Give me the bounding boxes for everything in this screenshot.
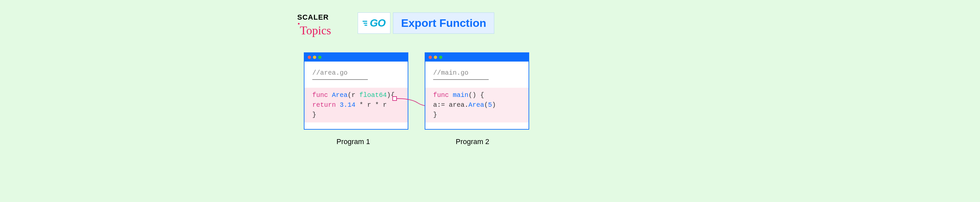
highlighted-code-block: func main() { a:= area.Area(5) } (425, 88, 528, 122)
maximize-dot-icon (439, 56, 442, 59)
program-1-window: //area.go func Area(r float64){ return 3… (304, 52, 408, 130)
go-speed-lines-icon (363, 19, 369, 27)
title-group: GO Export Function (358, 13, 494, 34)
code-comment: //main.go (425, 68, 528, 78)
title-box: Export Function (393, 13, 495, 34)
code-line-2: return 3.14 * r * r (312, 100, 400, 110)
minimize-dot-icon (434, 56, 437, 59)
go-logo-text: GO (370, 17, 385, 29)
window-titlebar (304, 53, 408, 61)
close-dot-icon (308, 56, 311, 59)
code-area: //main.go func main() { a:= area.Area(5)… (425, 61, 528, 129)
comment-underline (433, 79, 489, 80)
maximize-dot-icon (318, 56, 321, 59)
code-line-1: func main() { (433, 90, 521, 100)
code-line-3: } (433, 110, 521, 120)
brand-logo: SCALER Topics (297, 13, 331, 37)
page-title: Export Function (401, 17, 487, 29)
go-logo-badge: GO (358, 13, 390, 34)
diagram-canvas: SCALER Topics GO Export Function //area.… (294, 0, 686, 202)
brand-dot-icon (298, 23, 299, 24)
brand-scaler-text: SCALER (297, 13, 331, 22)
minimize-dot-icon (313, 56, 316, 59)
program-2-label: Program 2 (456, 138, 489, 146)
code-line-1: func Area(r float64){ (312, 90, 400, 100)
program-1-label: Program 1 (336, 138, 370, 146)
code-comment: //area.go (304, 68, 408, 78)
brand-topics-text: Topics (300, 24, 331, 37)
code-line-2: a:= area.Area(5) (433, 100, 521, 110)
window-titlebar (425, 53, 528, 61)
program-2-window: //main.go func main() { a:= area.Area(5)… (425, 52, 529, 130)
code-line-3: } (312, 110, 400, 120)
close-dot-icon (429, 56, 432, 59)
comment-underline (312, 79, 368, 80)
svg-rect-3 (393, 96, 396, 101)
